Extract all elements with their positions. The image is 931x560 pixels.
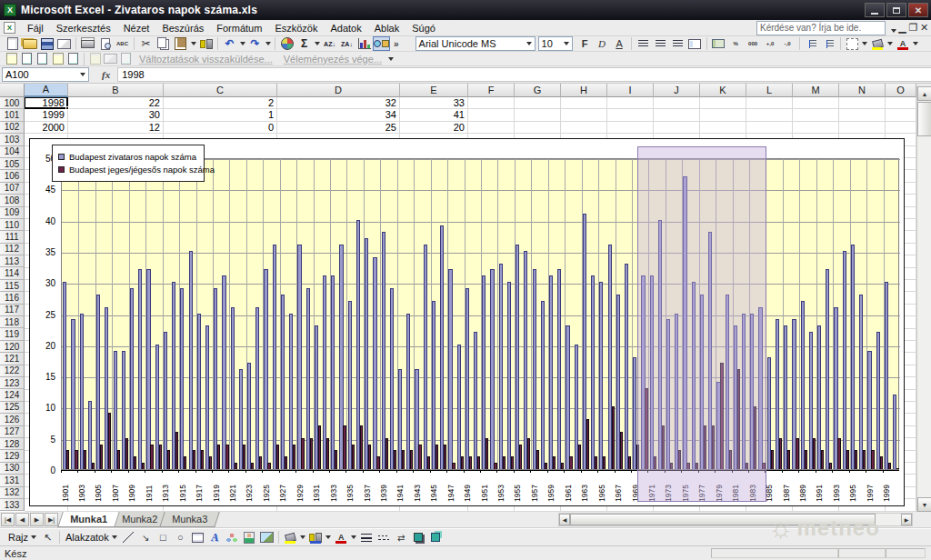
increase-decimal-icon[interactable]: +,0 <box>762 36 779 51</box>
row-header-131[interactable]: 131 <box>0 475 25 486</box>
clip-art-icon[interactable] <box>241 530 258 545</box>
column-header-A[interactable]: A <box>25 84 68 97</box>
row-header-116[interactable]: 116 <box>0 292 25 304</box>
redo-icon[interactable]: ↷ <box>246 36 264 51</box>
arrow-shape-icon[interactable]: ↘ <box>137 530 155 545</box>
horizontal-scrollbar[interactable]: ◀ ▶ <box>558 513 913 526</box>
row-header-104[interactable]: 104 <box>0 146 25 158</box>
decrease-decimal-icon[interactable]: -,0 <box>779 36 796 51</box>
format-painter-icon[interactable] <box>197 36 215 51</box>
delete-comment-icon[interactable] <box>65 53 81 65</box>
oval-shape-icon[interactable]: ○ <box>172 530 189 545</box>
row-header-130[interactable]: 130 <box>0 463 25 475</box>
grid-cell-E100[interactable]: 33 <box>400 97 467 109</box>
workbook-close-button[interactable]: ✕ <box>919 22 929 34</box>
paste-icon[interactable] <box>172 36 189 51</box>
grid-cell-D102[interactable]: 25 <box>277 122 399 134</box>
row-header-112[interactable]: 112 <box>0 244 25 255</box>
line-color-icon[interactable] <box>307 530 325 545</box>
column-header-L[interactable]: L <box>746 84 793 97</box>
decrease-indent-icon[interactable] <box>803 36 820 51</box>
workbook-restore-button[interactable]: ❐ <box>908 22 918 34</box>
next-comment-icon[interactable] <box>35 53 50 65</box>
column-header-G[interactable]: G <box>515 84 561 97</box>
select-all-corner[interactable] <box>0 84 25 97</box>
3d-style-icon[interactable] <box>427 530 445 545</box>
maximize-button[interactable] <box>886 3 906 17</box>
column-header-I[interactable]: I <box>607 84 654 97</box>
increase-indent-icon[interactable] <box>820 36 837 51</box>
align-right-icon[interactable] <box>669 36 686 51</box>
grid-cell-E101[interactable]: 41 <box>400 109 467 121</box>
previous-comment-icon[interactable] <box>19 53 35 65</box>
row-header-106[interactable]: 106 <box>0 170 25 182</box>
font-color-icon[interactable]: A <box>895 36 912 51</box>
mail-icon[interactable] <box>55 36 73 51</box>
draw-menu-button[interactable]: Rajz <box>5 532 39 543</box>
row-header-127[interactable]: 127 <box>0 426 25 438</box>
row-header-125[interactable]: 125 <box>0 402 25 414</box>
workbook-minimize-button[interactable]: ▁ <box>897 22 907 34</box>
row-header-133[interactable]: 133 <box>0 499 25 511</box>
scroll-left-icon[interactable]: ◀ <box>559 514 570 525</box>
grid-cell-A102[interactable]: 2000 <box>25 122 67 134</box>
borders-icon[interactable] <box>844 36 861 51</box>
row-header-126[interactable]: 126 <box>0 414 25 425</box>
shadow-style-icon[interactable] <box>410 530 427 545</box>
fill-color-icon-dropdown[interactable] <box>299 530 307 545</box>
column-header-N[interactable]: N <box>839 84 886 97</box>
fx-icon[interactable]: fx <box>89 69 117 80</box>
grid-cell-B102[interactable]: 12 <box>68 122 163 134</box>
row-header-108[interactable]: 108 <box>0 195 25 206</box>
bold-button[interactable]: F <box>576 36 594 51</box>
column-header-M[interactable]: M <box>793 84 839 97</box>
column-header-J[interactable]: J <box>654 84 700 97</box>
row-header-113[interactable]: 113 <box>0 255 25 267</box>
print-icon[interactable] <box>79 36 96 51</box>
line-shape-icon[interactable] <box>120 530 137 545</box>
save-icon[interactable] <box>38 36 55 51</box>
fill-handle[interactable] <box>65 106 69 110</box>
font-color-icon-dropdown[interactable] <box>350 530 358 545</box>
borders-icon-dropdown[interactable] <box>861 36 869 51</box>
drawing-icon[interactable] <box>373 36 390 51</box>
row-header-107[interactable]: 107 <box>0 183 25 195</box>
arrow-style-icon[interactable]: ⇄ <box>393 530 410 545</box>
column-header-E[interactable]: E <box>400 84 468 97</box>
scroll-right-icon[interactable]: ▶ <box>901 514 912 525</box>
column-header-B[interactable]: B <box>68 84 164 97</box>
row-header-105[interactable]: 105 <box>0 158 25 170</box>
row-header-129[interactable]: 129 <box>0 450 25 462</box>
grid-cell-A101[interactable]: 1999 <box>25 109 67 121</box>
menu-fjl[interactable]: Fájl <box>21 21 50 35</box>
font-color-icon[interactable]: A <box>333 530 350 545</box>
fill-color-icon[interactable] <box>869 36 886 51</box>
row-header-128[interactable]: 128 <box>0 438 25 450</box>
insert-picture-icon[interactable] <box>258 530 275 545</box>
menu-szerkeszts[interactable]: Szerkesztés <box>50 21 117 35</box>
spelling-icon[interactable]: ABC <box>114 36 131 51</box>
dash-style-icon[interactable] <box>375 530 393 545</box>
scroll-up-icon[interactable]: ▲ <box>917 86 931 101</box>
row-header-111[interactable]: 111 <box>0 231 25 243</box>
row-header-109[interactable]: 109 <box>0 207 25 219</box>
redo-icon-dropdown[interactable] <box>264 36 272 51</box>
row-header-101[interactable]: 101 <box>0 109 25 121</box>
grid-cell-D100[interactable]: 32 <box>277 97 399 109</box>
toolbar-options-icon[interactable] <box>387 52 395 66</box>
grid-cell-C100[interactable]: 2 <box>164 97 276 109</box>
row-header-123[interactable]: 123 <box>0 377 25 389</box>
percent-icon[interactable]: % <box>727 36 745 51</box>
column-header-D[interactable]: D <box>277 84 400 97</box>
question-dropdown-icon[interactable] <box>891 24 896 35</box>
thousands-icon[interactable]: 000 <box>745 36 762 51</box>
row-header-115[interactable]: 115 <box>0 280 25 292</box>
new-document-icon[interactable] <box>4 36 21 51</box>
open-folder-icon[interactable] <box>21 36 38 51</box>
print-preview-icon[interactable] <box>96 36 114 51</box>
menu-adatok[interactable]: Adatok <box>324 21 367 35</box>
scroll-down-icon[interactable]: ▼ <box>917 497 931 512</box>
row-header-120[interactable]: 120 <box>0 341 25 353</box>
formula-input[interactable]: 1998 <box>117 67 931 82</box>
hyperlink-icon[interactable] <box>278 36 295 51</box>
